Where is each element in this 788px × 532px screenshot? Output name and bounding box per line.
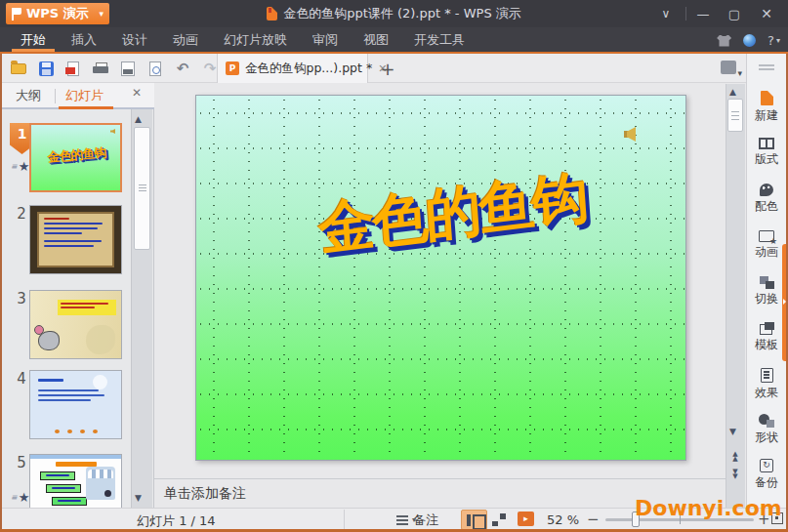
notes-toggle-label: 备注: [413, 512, 438, 529]
export-pdf-button[interactable]: [62, 58, 84, 79]
help-menu[interactable]: ?▾: [767, 33, 780, 48]
minimize-button[interactable]: —: [688, 0, 718, 27]
next-slide-button[interactable]: ▼ ▼: [728, 470, 742, 479]
print-preview-button[interactable]: [117, 58, 139, 79]
open-folder-icon: [11, 63, 26, 74]
wps-flag-icon: [12, 8, 21, 20]
titlebar-divider: [685, 7, 686, 20]
sidebar-item-layout[interactable]: 版式: [746, 138, 787, 168]
tab-slides[interactable]: 幻灯片: [65, 87, 104, 104]
sidebar-item-label: 形状: [755, 430, 778, 444]
save-button[interactable]: [35, 58, 57, 79]
panel-scroll-up-icon[interactable]: ▲: [135, 114, 142, 124]
thumb-1-speaker-icon: [110, 129, 115, 134]
new-document-icon: [761, 91, 773, 105]
sidebar-item-shape[interactable]: 形状: [746, 414, 787, 446]
cloud-account-icon[interactable]: [743, 34, 756, 47]
zoom-slider-thumb[interactable]: [632, 512, 640, 527]
slide-5-number: 5: [12, 454, 31, 471]
redo-icon: ↷: [204, 60, 217, 77]
normal-view-button[interactable]: [461, 510, 487, 530]
effect-page-icon: [761, 368, 773, 383]
close-panel-icon[interactable]: ✕: [132, 86, 142, 100]
sidebar-collapse-handle[interactable]: [759, 64, 774, 70]
maximize-button[interactable]: ▢: [720, 0, 749, 27]
sidebar-item-transition[interactable]: 切换: [746, 276, 787, 307]
editor-scroll-down-icon[interactable]: ▼: [729, 427, 736, 436]
sidebar-item-label: 切换: [755, 292, 778, 306]
tab-design[interactable]: 设计: [109, 27, 160, 52]
sidebar-item-backup[interactable]: ↻ 备份: [746, 459, 787, 491]
slide-thumbnail-4[interactable]: [29, 370, 122, 439]
tab-animation[interactable]: 动画: [160, 27, 211, 52]
new-tab-button[interactable]: +: [375, 56, 400, 81]
slide-thumbnail-3[interactable]: [29, 290, 122, 359]
thumb-5-preview: [30, 455, 121, 508]
document-icon: [267, 7, 277, 20]
tab-outline[interactable]: 大纲: [16, 87, 41, 104]
transition-icon: [760, 276, 774, 289]
tab-review[interactable]: 审阅: [300, 27, 351, 52]
slide-thumbnail-2[interactable]: [29, 205, 122, 274]
layout-icon: [759, 138, 774, 149]
tab-view[interactable]: 视图: [351, 27, 401, 52]
slide-canvas[interactable]: 金色的鱼钩: [195, 95, 686, 461]
motion-lines-icon: ≡: [11, 493, 18, 502]
slide-counter: 幻灯片 1 / 14: [137, 512, 216, 530]
editor-scrollbar-track[interactable]: [726, 84, 745, 508]
tab-home[interactable]: 开始: [8, 27, 59, 52]
panel-scrollbar-thumb[interactable]: [134, 127, 150, 250]
editor-scrollbar-thumb[interactable]: [727, 99, 743, 132]
zoom-out-button[interactable]: −: [587, 511, 600, 528]
editor-scroll-up-icon[interactable]: ▲: [729, 87, 736, 97]
sidebar-item-animation[interactable]: 动画: [746, 230, 787, 261]
wps-presentation-window: { "titlebar": { "app_name": "WPS 演示", "d…: [0, 0, 788, 532]
notes-input-area[interactable]: 单击添加备注: [154, 478, 726, 508]
sidebar-item-label: 效果: [755, 386, 778, 399]
previous-slide-button[interactable]: ▲ ▲: [728, 452, 742, 462]
undo-button[interactable]: ↶: [172, 58, 193, 79]
speaker-audio-icon[interactable]: [624, 127, 639, 142]
sidebar-item-template[interactable]: 模板: [746, 322, 787, 353]
chevron-down-icon: ▾: [99, 9, 104, 19]
zoom-level: 52 %: [547, 512, 579, 527]
find-preview-button[interactable]: [145, 58, 166, 79]
skin-theme-icon[interactable]: [717, 35, 731, 47]
sidebar-item-label: 备份: [755, 475, 778, 489]
panel-tab-divider: [55, 89, 56, 103]
slide-thumbnail-5[interactable]: [29, 454, 122, 508]
tab-slideshow[interactable]: 幻灯片放映: [211, 27, 300, 52]
close-button[interactable]: ✕: [751, 0, 782, 27]
slideshow-view-button[interactable]: ▸: [518, 512, 534, 526]
app-menu-button[interactable]: WPS 演示 ▾: [6, 3, 109, 24]
slide-5-animation-indicator: ≡★: [11, 490, 29, 505]
sidebar-item-label: 模板: [755, 338, 778, 351]
ribbon-tab-bar: 开始 插入 设计 动画 幻灯片放映 审阅 视图 开发工具: [0, 27, 788, 54]
print-button[interactable]: [90, 58, 111, 79]
thumb-1-preview: 金色的鱼钩: [31, 125, 120, 190]
collapse-window-button[interactable]: ∨: [653, 0, 679, 27]
animation-star-icon: [759, 230, 774, 242]
pdf-export-icon: [67, 61, 79, 76]
slide-1-animation-indicator: ≡★: [11, 159, 29, 174]
workspace-switch-icon[interactable]: [721, 61, 736, 74]
panel-scroll-down-icon[interactable]: ▼: [135, 493, 142, 503]
thumb-1-wordart: 金色的鱼钩: [34, 143, 118, 167]
fit-to-window-icon[interactable]: [771, 512, 783, 524]
sidebar-item-colorscheme[interactable]: 配色: [746, 184, 787, 215]
document-tab[interactable]: P 金色的鱼钩pp...).ppt * ✕: [217, 54, 368, 83]
tab-devtools[interactable]: 开发工具: [401, 27, 477, 52]
palette-icon: [760, 184, 773, 196]
sidebar-item-new[interactable]: 新建: [746, 91, 787, 124]
window-border-left: [0, 54, 2, 532]
app-name: WPS 演示: [26, 5, 89, 22]
tab-insert[interactable]: 插入: [59, 27, 109, 52]
slide-thumbnail-1[interactable]: 金色的鱼钩: [29, 123, 122, 192]
ribbon-right-tools: ?▾: [717, 29, 780, 52]
slide-sorter-view-button[interactable]: [492, 513, 506, 526]
notes-toggle-button[interactable]: 备注: [396, 512, 438, 529]
slide-wordart-title[interactable]: 金色的鱼钩: [285, 155, 620, 271]
sidebar-item-effect[interactable]: 效果: [746, 368, 787, 401]
zoom-in-button[interactable]: +: [758, 511, 770, 528]
open-button[interactable]: [8, 58, 29, 79]
